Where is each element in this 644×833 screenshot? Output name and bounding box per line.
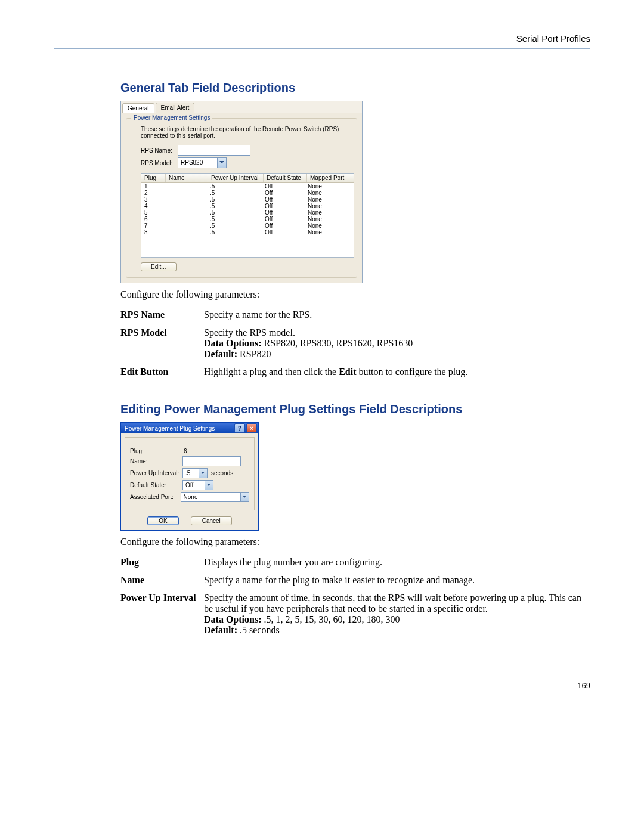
default-state-select[interactable]: Off [182, 480, 213, 490]
fieldset-description: These settings determine the operation o… [141, 126, 351, 139]
chevron-down-icon [240, 493, 249, 501]
page-number: 169 [120, 681, 590, 690]
associated-port-select[interactable]: None [181, 492, 249, 502]
rps-model-value: RPS820 [178, 158, 217, 168]
desc-plug: Displays the plug number you are configu… [204, 553, 590, 571]
desc-edit-button: Highlight a plug and then click the Edit… [204, 363, 467, 381]
table-row[interactable]: 5.5OffNone [141, 209, 354, 216]
section1-configure-text: Configure the following parameters: [120, 289, 590, 300]
label-default-state: Default State: [130, 482, 182, 488]
section1-heading: General Tab Field Descriptions [120, 81, 590, 95]
desc-rps-model: Specify the RPS model. Data Options: RSP… [204, 324, 467, 363]
power-up-interval-select[interactable]: .5 [182, 468, 208, 478]
col-default-state: Default State [264, 174, 307, 182]
col-mapped-port: Mapped Port [307, 174, 354, 182]
desc-rps-name: Specify a name for the RPS. [204, 306, 467, 324]
help-icon[interactable]: ? [234, 423, 245, 433]
desc-name: Specify a name for the plug to make it e… [204, 571, 590, 589]
label-rps-model: RPS Model: [141, 160, 178, 166]
desc-power-up-interval: Specify the amount of time, in seconds, … [204, 589, 590, 639]
table-row[interactable]: 1.5OffNone [141, 183, 354, 190]
rps-name-input[interactable] [178, 145, 250, 156]
col-plug: Plug [141, 174, 166, 182]
section2-heading: Editing Power Management Plug Settings F… [120, 402, 590, 416]
tab-email-alert[interactable]: Email Alert [156, 103, 195, 113]
label-plug: Plug: [130, 448, 182, 454]
cancel-button[interactable]: Cancel [191, 516, 232, 525]
col-name: Name [166, 174, 208, 182]
section1-definitions: RPS Name Specify a name for the RPS. RPS… [120, 306, 467, 381]
chevron-down-icon [205, 481, 213, 490]
table-row[interactable]: 3.5OffNone [141, 196, 354, 203]
table-row[interactable]: 2.5OffNone [141, 190, 354, 196]
table-row[interactable]: 8.5OffNone [141, 229, 354, 236]
value-plug: 6 [182, 448, 187, 454]
plug-name-input[interactable] [182, 456, 241, 466]
general-tab-screenshot: General Email Alert Power Management Set… [120, 101, 363, 283]
term-power-up-interval: Power Up Interval [120, 589, 204, 639]
dialog-title: Power Management Plug Settings [125, 425, 233, 432]
label-rps-name: RPS Name: [141, 147, 178, 154]
label-associated-port: Associated Port: [130, 494, 181, 500]
plug-table[interactable]: Plug Name Power Up Interval Default Stat… [141, 173, 354, 258]
section2-configure-text: Configure the following parameters: [120, 537, 590, 547]
term-rps-name: RPS Name [120, 306, 204, 324]
table-row[interactable]: 7.5OffNone [141, 222, 354, 229]
rps-model-select[interactable]: RPS820 [178, 157, 227, 168]
tab-general[interactable]: General [122, 103, 154, 113]
label-power-up-interval: Power Up Interval: [130, 470, 182, 476]
term-edit-button: Edit Button [120, 363, 204, 381]
label-plug-name: Name: [130, 458, 182, 465]
edit-button[interactable]: Edit... [141, 262, 177, 271]
table-row[interactable]: 4.5OffNone [141, 203, 354, 209]
plug-settings-dialog: Power Management Plug Settings ? × Plug:… [120, 422, 259, 531]
col-power-up-interval: Power Up Interval [208, 174, 264, 182]
term-plug: Plug [120, 553, 204, 571]
term-rps-model: RPS Model [120, 324, 204, 363]
label-seconds: seconds [211, 470, 233, 476]
plug-table-header: Plug Name Power Up Interval Default Stat… [141, 174, 354, 183]
dialog-titlebar: Power Management Plug Settings ? × [121, 423, 258, 433]
power-mgmt-fieldset: Power Management Settings These settings… [126, 118, 357, 278]
chevron-down-icon [199, 469, 207, 478]
chevron-down-icon [217, 158, 226, 168]
table-row[interactable]: 6.5OffNone [141, 216, 354, 222]
header-section-title: Serial Port Profiles [54, 33, 590, 44]
fieldset-legend: Power Management Settings [131, 114, 212, 121]
close-icon[interactable]: × [246, 423, 257, 433]
ok-button[interactable]: OK [147, 516, 178, 525]
term-name: Name [120, 571, 204, 589]
section2-definitions: Plug Displays the plug number you are co… [120, 553, 590, 639]
header-rule [54, 48, 590, 49]
